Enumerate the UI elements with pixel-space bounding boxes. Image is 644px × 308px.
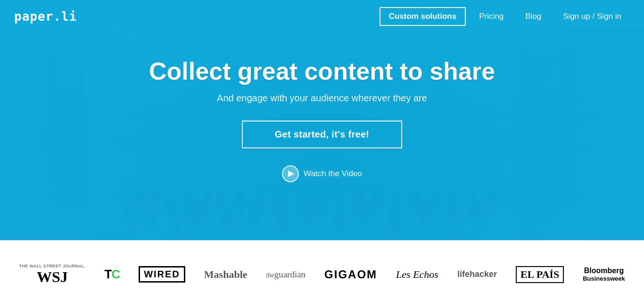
nav-pricing[interactable]: Pricing (471, 8, 512, 25)
svg-rect-20 (24, 68, 31, 73)
svg-rect-23 (14, 76, 21, 81)
logo-guardian: theguardian (266, 269, 306, 280)
logo-mashable: Mashable (204, 268, 248, 281)
svg-point-41 (391, 192, 401, 217)
svg-point-53 (276, 201, 289, 233)
svg-point-50 (192, 200, 204, 231)
svg-rect-10 (5, 51, 12, 56)
svg-point-44 (447, 188, 458, 213)
svg-point-29 (165, 193, 175, 217)
logo-wired: WIRED (139, 266, 185, 283)
svg-point-48 (145, 199, 157, 229)
svg-point-35 (273, 192, 283, 216)
svg-rect-4 (566, 28, 644, 240)
svg-point-28 (151, 187, 160, 213)
svg-point-45 (466, 188, 477, 218)
hero-subtitle: And engage with your audience wherever t… (149, 93, 495, 104)
svg-rect-26 (0, 179, 644, 240)
svg-rect-8 (24, 42, 31, 47)
svg-rect-16 (24, 59, 31, 64)
svg-rect-12 (24, 51, 31, 56)
svg-point-52 (248, 201, 261, 230)
svg-rect-17 (33, 59, 40, 64)
wsj-subtitle: The Wall Street Journal. (19, 264, 85, 268)
svg-point-32 (216, 187, 227, 213)
svg-rect-19 (14, 68, 21, 73)
svg-rect-18 (5, 68, 12, 73)
svg-point-36 (296, 187, 307, 216)
nav: Custom solutions Pricing Blog Sign up / … (380, 7, 630, 26)
svg-point-59 (446, 201, 459, 234)
svg-point-31 (203, 190, 212, 217)
svg-point-55 (333, 201, 346, 234)
svg-rect-3 (47, 57, 85, 240)
logo-wsj: The Wall Street Journal. WSJ (19, 264, 85, 284)
logo-bloomberg: BloombergBusinessweek (583, 266, 625, 283)
video-link[interactable]: Watch the Video (149, 165, 495, 182)
svg-point-42 (409, 188, 421, 216)
play-triangle (288, 170, 294, 177)
svg-point-58 (418, 201, 430, 230)
logo-lifehacker: lifehacker (457, 269, 497, 279)
svg-rect-7 (14, 42, 21, 47)
svg-point-43 (429, 190, 438, 217)
logo-gigaom: GIGAOM (324, 268, 377, 281)
logo-lesechos: Les Echos (396, 268, 438, 281)
svg-point-46 (486, 188, 495, 215)
svg-rect-25 (33, 76, 40, 81)
svg-point-33 (235, 188, 246, 217)
svg-rect-6 (5, 42, 12, 47)
video-label: Watch the Video (304, 169, 362, 178)
svg-point-60 (475, 200, 487, 230)
svg-rect-9 (33, 42, 40, 47)
svg-rect-11 (14, 51, 21, 56)
svg-point-49 (168, 202, 181, 234)
svg-point-30 (183, 186, 194, 217)
nav-blog[interactable]: Blog (517, 8, 550, 25)
svg-point-57 (389, 202, 403, 234)
svg-point-27 (136, 188, 147, 217)
hero-content: Collect great content to share And engag… (140, 58, 504, 182)
svg-rect-14 (5, 59, 12, 64)
svg-point-37 (316, 190, 325, 217)
svg-rect-15 (14, 59, 21, 64)
svg-point-56 (362, 200, 374, 231)
hero-title: Collect great content to share (149, 58, 495, 85)
svg-rect-21 (33, 68, 40, 73)
cta-button[interactable]: Get started, it's free! (242, 121, 402, 148)
hero-section: paper.li Custom solutions Pricing Blog S… (0, 0, 644, 240)
svg-point-51 (220, 202, 233, 235)
svg-rect-24 (24, 76, 31, 81)
svg-point-54 (305, 200, 317, 230)
svg-rect-22 (5, 76, 12, 81)
play-icon (282, 165, 299, 182)
logo-elpais: EL PAÍS (516, 266, 564, 283)
svg-point-38 (334, 188, 345, 213)
wsj-main: WSJ (37, 269, 68, 284)
svg-rect-5 (519, 47, 575, 240)
svg-point-47 (125, 200, 139, 233)
svg-rect-2 (0, 38, 57, 240)
svg-point-40 (372, 188, 382, 215)
header: paper.li Custom solutions Pricing Blog S… (0, 0, 644, 33)
svg-point-39 (353, 188, 364, 218)
nav-custom-solutions[interactable]: Custom solutions (380, 7, 466, 26)
logo[interactable]: paper.li (14, 9, 77, 24)
logos-section: The Wall Street Journal. WSJ TC WIRED Ma… (0, 240, 644, 308)
svg-point-34 (255, 188, 264, 214)
nav-signin[interactable]: Sign up / Sign in (554, 8, 630, 25)
svg-rect-13 (33, 51, 40, 56)
logo-techcrunch: TC (104, 267, 120, 282)
